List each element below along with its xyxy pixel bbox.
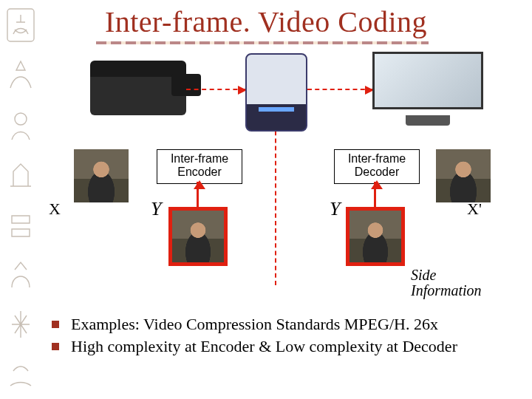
server-tower-icon [245,53,307,132]
arrow-sideinfo-to-decoder [374,182,376,207]
decoder-label-line1: Inter-frame [341,152,413,166]
input-frame-x [74,149,129,202]
egyptian-glyph-icon [5,207,36,242]
camera-icon [90,61,186,115]
side-information-label: Side Information [411,267,482,299]
bullet-icon [52,343,59,350]
flow-arrow-server-to-monitor [307,89,372,90]
decoder-label-line2: Decoder [341,166,413,179]
label-y-right: Y [330,198,340,220]
bullet-icon [52,321,59,328]
egyptian-glyph-icon [5,57,36,92]
egyptian-glyph-icon [5,157,36,192]
svg-point-1 [15,113,27,125]
flow-arrow-camera-to-server [186,89,245,90]
bullet-text: High complexity at Encoder & Low complex… [71,335,457,358]
egyptian-glyph-icon [5,107,36,143]
encoder-block: Inter-frame Encoder [157,149,242,184]
flat-monitor-icon [372,52,483,126]
diagram-canvas: Inter-frame Encoder Inter-frame Decoder … [41,52,522,296]
bullet-item: Examples: Video Compression Standards MP… [52,313,517,335]
decoder-block: Inter-frame Decoder [334,149,420,184]
label-x: X [49,200,61,219]
bullet-item: High complexity at Encoder & Low complex… [52,335,517,358]
side-info-frame-right [346,207,405,266]
egyptian-glyph-icon [5,256,36,292]
side-info-line2: Information [411,283,482,299]
arrow-sideinfo-to-encoder [197,182,199,207]
encoder-label-line1: Inter-frame [163,152,236,166]
output-frame-xprime [436,149,491,202]
egyptian-glyph-icon [5,356,36,392]
title-underline [96,41,429,44]
label-y-left: Y [151,198,161,220]
encoder-label-line2: Encoder [163,166,236,179]
slide-left-border [3,0,38,399]
side-info-frame-left [168,207,228,266]
side-info-line1: Side [411,267,482,283]
bullet-list: Examples: Video Compression Standards MP… [52,313,517,357]
bullet-text: Examples: Video Compression Standards MP… [71,313,438,335]
egyptian-glyph-icon [5,307,36,342]
label-x-prime: X' [467,200,482,219]
slide-title: Inter-frame. Video Coding [0,4,532,39]
